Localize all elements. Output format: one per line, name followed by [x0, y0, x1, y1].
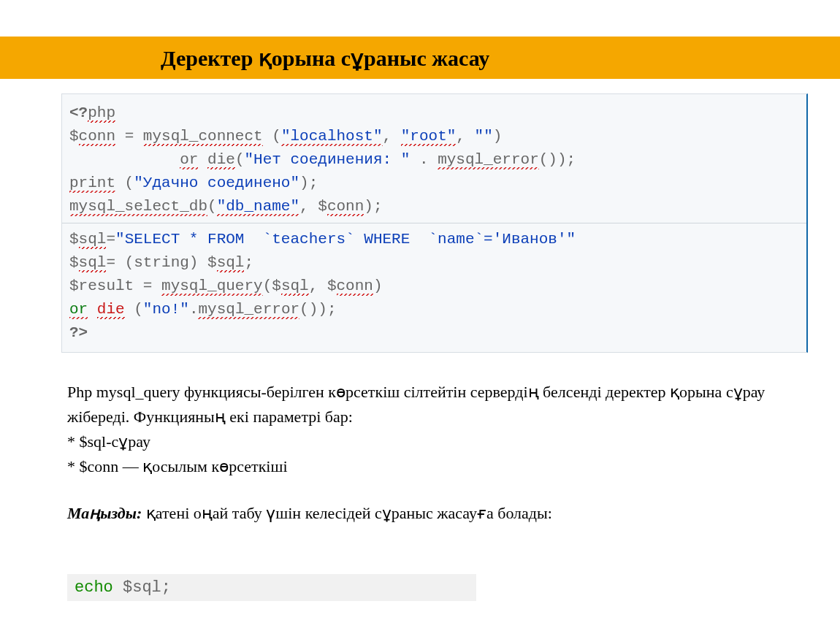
page-title: Деректер қорына сұраныс жасау [161, 45, 489, 71]
paragraph-intro: Php mysql_query функциясы-берілген көрсе… [67, 380, 776, 429]
title-bar: Деректер қорына сұраныс жасау [0, 37, 840, 79]
echo-rest: $sql; [113, 578, 171, 597]
bullet-conn: * $conn — қосылым көрсеткіші [67, 454, 776, 479]
code-block-echo: echo $sql; [67, 574, 476, 601]
echo-keyword: echo [75, 578, 113, 597]
explanation-text: Php mysql_query функциясы-берілген көрсе… [67, 380, 776, 526]
bullet-sql: * $sql-сұрау [67, 429, 776, 454]
important-note: Маңызды: қатені оңай табу үшін келесідей… [67, 501, 776, 526]
code-block-main: <?php $conn = mysql_connect ("localhost"… [61, 93, 808, 353]
